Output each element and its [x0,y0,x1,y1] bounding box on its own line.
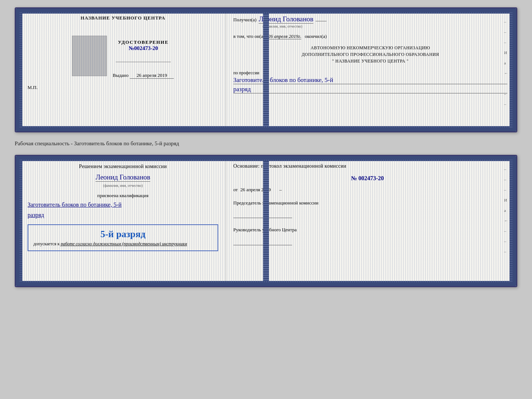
center-binding [263,14,269,126]
cert-number: №002473-20 [118,45,169,51]
admit-italic: работе согласно должностным (производств… [61,241,187,246]
center-head-label: Руководитель учебного Центра [233,226,502,234]
side-mark-8: – [504,92,508,96]
admit-rank: 5-й разряд [33,229,212,240]
name-caption-1: (фамилия, имя, отчество) [263,24,507,28]
chairman-block: Председатель экзаменационной комиссии [233,199,502,218]
recipient-line: Получил(а) Леонид Голованов [233,15,507,24]
bottom-binding [22,126,510,131]
side-mark-r5: а [504,208,508,213]
stamp-label: М.П. [28,85,37,90]
name-caption-2: (фамилия, имя, отчество) [103,184,143,188]
top-binding-2 [22,156,510,161]
protocol-number: № 002473-20 [233,175,502,182]
profession-value: Заготовитель блоков по ботанике, 5-й [233,76,507,84]
side-mark-r2: – [504,177,508,182]
side-mark-r9: – [504,249,508,254]
top-binding [22,8,510,14]
admit-text: допускается к работе согласно должностны… [33,241,212,247]
certificate-card-2: Решением экзаменационной комиссии Леонид… [15,155,517,287]
side-mark-4: И [504,50,508,55]
side-mark-2: – [504,30,508,34]
bottom-binding-2 [22,281,510,286]
org-block: АВТОНОМНУЮ НЕКОММЕРЧЕСКУЮ ОРГАНИЗАЦИЮ ДО… [233,44,507,64]
side-mark-5: а [504,61,508,65]
side-mark-9: – [504,102,508,106]
right-binding-2 [510,156,516,286]
side-mark-r1: – [504,167,508,171]
person-name: Леонид Голованов [96,173,150,182]
basis-title: Основание: протокол экзаменационной коми… [233,163,502,170]
training-center-title: НАЗВАНИЕ УЧЕБНОГО ЦЕНТРА [80,15,165,21]
rank-value-2: разряд [28,212,218,218]
profession-block: по профессии Заготовитель блоков по бота… [233,70,507,93]
side-mark-6: ← [504,71,508,75]
center-head-block: Руководитель учебного Центра [233,226,502,245]
side-mark-r6: ← [504,218,508,223]
side-mark-1: – [504,19,508,24]
side-mark-r8: – [504,239,508,243]
rank-value-1: разряд [233,86,507,93]
side-mark-r4: И [504,198,508,202]
right-binding [510,8,516,131]
qualification-label: присвоена квалификация [28,193,218,199]
date-line-1: в том, что он(а) 26 апреля 2019г. окончи… [233,33,507,39]
photo-placeholder [72,36,107,76]
issued-date: 26 апреля 2019 [130,72,174,79]
cert-number-block: УДОСТОВЕРЕНИЕ №002473-20 [118,39,169,51]
left-binding [16,8,22,131]
profession-label: по профессии [233,70,507,76]
left-binding-2 [16,156,22,286]
qualification-value: Заготовитель блоков по ботанике, 5-й [28,202,218,208]
cert-label: УДОСТОВЕРЕНИЕ [118,39,169,45]
side-mark-r3: – [504,188,508,192]
completion-date: 26 апреля 2019г. [268,33,301,39]
person-name-block: Леонид Голованов (фамилия, имя, отчество… [28,173,218,188]
specialty-label: Рабочая специальность - Заготовитель бло… [15,139,517,148]
protocol-date: от 26 апреля 2019 – [233,187,502,193]
certificate-card-1: НАЗВАНИЕ УЧЕБНОГО ЦЕНТРА УДОСТОВЕРЕНИЕ №… [15,7,517,132]
issued-line: Выдано 26 апреля 2019 [113,72,174,79]
chairman-label: Председатель экзаменационной комиссии [233,199,502,207]
side-mark-7: – [504,81,508,86]
admit-box: 5-й разряд допускается к работе согласно… [28,224,218,251]
decision-title: Решением экзаменационной комиссии [28,163,218,170]
center-binding-2 [263,161,269,281]
side-mark-3: – [504,40,508,44]
side-mark-r7: – [504,229,508,233]
